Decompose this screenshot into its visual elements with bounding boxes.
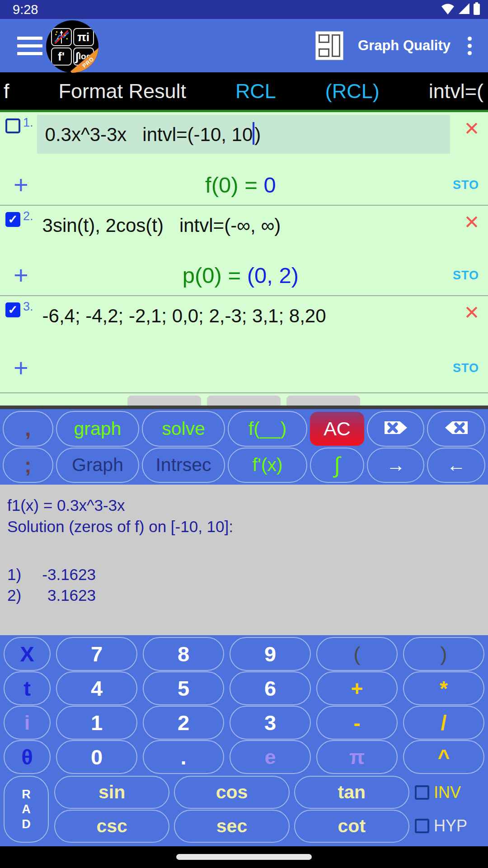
digit-8-key[interactable]: 8 [143,637,224,671]
entry-3-checkbox[interactable] [5,302,20,317]
hyp-toggle[interactable]: HYP [415,816,483,835]
tab-stub[interactable] [127,396,201,406]
clock: 9:28 [13,2,38,17]
digit-1-key[interactable]: 1 [56,706,137,740]
sin-key[interactable]: sin [54,776,169,809]
tab-stub[interactable] [286,396,360,406]
i-variable-key[interactable]: i [4,706,51,740]
solution-row: 1)-3.1623 [7,564,488,585]
entry-3-delete-button[interactable]: ✕ [462,302,482,324]
angle-mode-button[interactable]: RAD [4,776,49,843]
digit-7-key[interactable]: 7 [56,637,137,671]
theta-variable-key[interactable]: θ [4,740,51,774]
cursor-right-key[interactable]: → [367,448,424,483]
open-paren-key[interactable]: ( [316,637,398,671]
digit-6-key[interactable]: 6 [230,671,311,705]
entry-1-delete-button[interactable]: ✕ [462,118,482,140]
semicolon-key[interactable]: ; [3,448,53,483]
x-variable-key[interactable]: X [4,637,51,671]
graph-quality-button[interactable]: Graph Quality [358,38,450,54]
digit-2-key[interactable]: 2 [143,706,224,740]
divide-key[interactable]: / [403,706,484,740]
cot-key[interactable]: cot [294,810,409,843]
entry-2-delete-button[interactable]: ✕ [462,211,482,233]
cos-key[interactable]: cos [174,776,289,809]
menu-item-rcl-paren[interactable]: (RCL) [325,80,380,103]
status-icons [441,2,480,17]
menu-item-rcl[interactable]: RCL [235,80,276,103]
hidden-tab-strip [0,393,488,406]
graph-lower-key[interactable]: graph [56,411,139,447]
e-constant-key[interactable]: e [230,740,311,774]
menu-item-intvl[interactable]: intvl=( [429,80,483,103]
delete-forward-icon [382,418,410,439]
digit-4-key[interactable]: 4 [56,671,137,705]
power-key[interactable]: ^ [403,740,484,774]
digit-0-key[interactable]: 0 [56,740,137,774]
multiply-key[interactable]: * [403,671,484,705]
toolbar: πi f' ∫log PRO Graph Quality [0,19,488,72]
ac-key[interactable]: AC [310,411,364,447]
entry-3-expression-input[interactable]: -6,4; -4,2; -2,1; 0,0; 2,-3; 3,1; 8,20 [37,299,462,331]
entry-1-checkbox[interactable] [5,118,20,133]
entry-1-number: 1. [23,116,33,130]
backspace-key[interactable] [427,411,485,447]
cursor-left-key[interactable]: ← [427,448,485,483]
entry-3-sto-button[interactable]: STO [453,361,479,375]
digit-5-key[interactable]: 5 [143,671,224,705]
cellular-signal-icon [458,2,470,17]
close-paren-key[interactable]: ) [403,637,484,671]
result-function-line: f1(x) = 0.3x^3-3x [7,495,488,516]
inv-toggle[interactable]: INV [415,783,483,802]
battery-icon [474,2,480,17]
delete-forward-key[interactable] [367,411,424,447]
logo-fprime-tile: f' [51,47,72,66]
overflow-menu-icon[interactable] [465,34,474,58]
tan-key[interactable]: tan [294,776,409,809]
menu-icon[interactable] [17,37,42,55]
entry-1-result: f(0) = 0 [28,172,453,198]
trig-keypad: RAD sin cos tan csc sec cot INV HYP [0,776,488,846]
minus-key[interactable]: - [316,706,398,740]
entry-2-number: 2. [23,209,33,223]
entry-1-expression-input[interactable]: 0.3x^3-3x intvl=(-10, 10) [37,115,450,154]
comma-key[interactable]: , [3,411,53,447]
function-menu-bar: f Format Result RCL (RCL) intvl=( [0,72,488,110]
sec-key[interactable]: sec [174,810,289,843]
wifi-icon [441,2,455,17]
graph-quality-icon[interactable] [315,31,343,60]
intersect-key[interactable]: Intrsec [142,448,225,483]
solve-key[interactable]: solve [142,411,225,447]
f-of-blank-key[interactable]: f(__) [228,411,307,447]
system-nav-bar [0,846,488,868]
entry-1-sto-button[interactable]: STO [453,178,479,192]
function-entry-2: 2. 3sin(t), 2cos(t) intvl=(-∞, ∞) ✕ + p(… [0,206,488,296]
hyp-checkbox[interactable] [415,819,429,833]
entry-2-sto-button[interactable]: STO [453,269,479,283]
csc-key[interactable]: csc [54,810,169,843]
digit-9-key[interactable]: 9 [230,637,311,671]
integral-key[interactable]: ∫ [310,448,364,483]
menu-item-f[interactable]: f [4,80,9,103]
function-list: 1. 0.3x^3-3x intvl=(-10, 10) ✕ + f(0) = … [0,112,488,393]
pi-constant-key[interactable]: π [316,740,398,774]
entry-2-checkbox[interactable] [5,212,20,227]
inv-checkbox[interactable] [415,785,429,800]
entry-2-add-button[interactable]: + [14,263,28,288]
plus-key[interactable]: + [316,671,398,705]
entry-3-add-button[interactable]: + [14,355,28,381]
tab-stub[interactable] [207,396,281,406]
entry-1-add-button[interactable]: + [14,172,28,198]
function-entry-1: 1. 0.3x^3-3x intvl=(-10, 10) ✕ + f(0) = … [0,112,488,206]
divider [0,406,488,409]
entry-2-expression-input[interactable]: 3sin(t), 2cos(t) intvl=(-∞, ∞) [37,208,462,241]
decimal-point-key[interactable]: . [143,740,224,774]
menu-item-format-result[interactable]: Format Result [58,80,186,103]
graph-upper-key[interactable]: Graph [56,448,139,483]
entry-3-number: 3. [23,300,33,314]
digit-3-key[interactable]: 3 [230,706,311,740]
derivative-key[interactable]: f'(x) [228,448,307,483]
app-logo: πi f' ∫log PRO [46,20,99,73]
home-indicator[interactable] [176,854,312,860]
t-variable-key[interactable]: t [4,671,51,705]
